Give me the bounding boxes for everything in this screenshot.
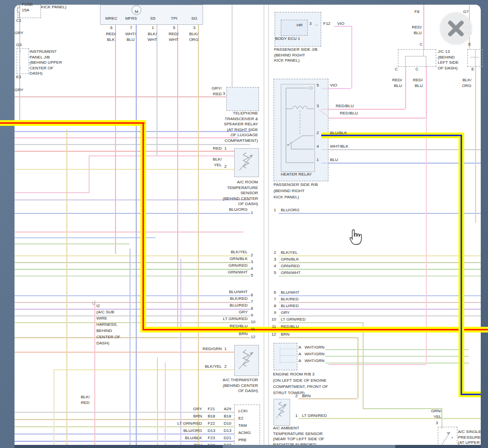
row-num: 5 — [251, 273, 253, 279]
close-icon — [440, 12, 472, 45]
wire-label: WHT/GRN — [305, 345, 324, 351]
wire-label: WHT/GRN — [305, 352, 324, 357]
wire-label: WHT/BLK — [330, 144, 349, 150]
wire-line — [328, 364, 426, 365]
engine-rb3-box — [274, 343, 297, 370]
wire-line — [115, 24, 116, 254]
wire-line — [279, 276, 481, 277]
wire-label: RED/BLU — [340, 111, 358, 117]
wire-label: BRN — [302, 394, 311, 399]
scrollbar-thumb[interactable] — [223, 445, 395, 448]
wire-label: LT GRN/RED — [302, 413, 327, 419]
wire-line — [279, 295, 481, 296]
table-to: A29 — [221, 407, 234, 412]
wire-line — [177, 24, 178, 331]
table-from: B18 — [205, 414, 218, 420]
wire-line — [279, 269, 481, 270]
wire-label: BLU — [330, 157, 338, 163]
instrument-panel-jb-label: INSTRUMENT PANEL J/B (BEHIND UPPER CENTE… — [30, 49, 62, 77]
pin-num: 5 — [170, 25, 178, 31]
wire-line — [232, 5, 233, 87]
motor-icon: M — [132, 5, 141, 15]
pin-num: 1 — [224, 346, 226, 352]
wire-line — [89, 155, 90, 193]
pin-num: 2 — [295, 394, 297, 399]
wire-line — [94, 300, 95, 445]
wire-label-blk-yel: BLK/ YEL — [206, 157, 222, 168]
wire-label: RED/BLU — [336, 104, 354, 109]
row-label: BLU/ORG — [281, 208, 299, 213]
wire-line — [351, 26, 352, 88]
row-label: BLK/YEL — [281, 250, 297, 256]
table-wire: BLU/BLK — [150, 436, 202, 441]
wire-label: RED/ WHT — [165, 32, 182, 42]
wire-line — [426, 66, 427, 118]
row-label: GRN/BLK — [281, 257, 299, 263]
wire-label-red: RED — [206, 146, 222, 152]
table-to: D21 — [221, 436, 234, 441]
row-num: 1 — [268, 208, 276, 213]
wire-line — [279, 213, 481, 214]
hr-pin-label: HR — [290, 23, 303, 28]
table-wire: BLU/ORG — [150, 428, 202, 434]
table-from: F22 — [205, 421, 218, 427]
row-label: BLU/WHT — [281, 290, 299, 296]
connector-f8: F8 — [414, 9, 419, 15]
row-num: 5 — [268, 270, 276, 276]
wire-line — [321, 109, 405, 110]
cursor-pointer-icon — [348, 229, 363, 248]
thermistor-icon — [274, 399, 289, 425]
pin-num: 1 — [224, 146, 226, 152]
pin-c: C — [420, 42, 423, 48]
pressure-switch-icon — [438, 427, 456, 447]
relay-circuit-icon — [281, 84, 314, 171]
connector-g3: G3 — [16, 42, 22, 48]
room-temp-sensor-label: A/C ROOM TEMPERATURE SENSOR (BEHIND CENT… — [201, 180, 258, 207]
jc13-label: J/C 13 (BEHIND LEFT SIDE OF DASH) — [438, 49, 458, 71]
wire-line — [441, 408, 442, 429]
pin-num: 3 — [317, 104, 319, 109]
wire-line — [268, 5, 269, 445]
row-num: 9 — [251, 313, 253, 319]
row-num: 3 — [268, 257, 276, 263]
row-num: 11 — [251, 327, 255, 333]
jc13-box-right — [467, 49, 483, 67]
row-num: 2 — [268, 250, 276, 256]
wire-line — [89, 155, 250, 156]
wire-line — [15, 213, 250, 214]
pin-num: 3 — [223, 91, 225, 97]
connector-e3: E3 — [16, 75, 21, 80]
row-num: 3 — [251, 259, 253, 265]
pin-num: 2 — [224, 364, 226, 370]
wire-label-red-grn: RED/GRN — [201, 346, 222, 352]
connector-pin: PRE — [238, 438, 247, 443]
kick-panel-label: KICK PANEL) — [41, 5, 66, 10]
wire-line — [156, 24, 157, 155]
pin-num: 5 — [317, 83, 319, 89]
wire-line — [325, 349, 469, 350]
wire-line — [279, 302, 481, 303]
wire-line — [279, 262, 481, 263]
wire-label: WHT/ BLU — [122, 32, 139, 42]
wire-line — [15, 276, 250, 277]
row-num: 8 — [251, 306, 253, 312]
arrow-up-icon: ↑ — [19, 49, 22, 54]
row-label: LT GRN/RED — [281, 317, 306, 323]
wire-line — [279, 315, 481, 316]
ambient-sensor-label: A/C AMBIENT TEMPERATURE SENSOR (NEAR TOP… — [273, 426, 324, 447]
scrollbar-track[interactable] — [15, 445, 481, 448]
wire-line — [136, 24, 137, 445]
pin-name: S5 — [143, 16, 162, 22]
row-label: GRN/WHT — [185, 270, 248, 276]
pin-a: A — [298, 345, 301, 351]
wire-label: BLU/BLK — [330, 131, 347, 136]
row-label: GRN/BLK — [185, 256, 248, 262]
row-label: BLU/RED — [185, 303, 248, 309]
connector-pin: LCKI — [238, 409, 248, 414]
pin-c: C — [395, 67, 398, 73]
pin-num: 2 — [317, 131, 319, 136]
thermistor-icon — [234, 148, 258, 176]
wire-line — [15, 151, 234, 152]
row-num: 4 — [268, 264, 276, 269]
close-button[interactable] — [440, 12, 472, 45]
